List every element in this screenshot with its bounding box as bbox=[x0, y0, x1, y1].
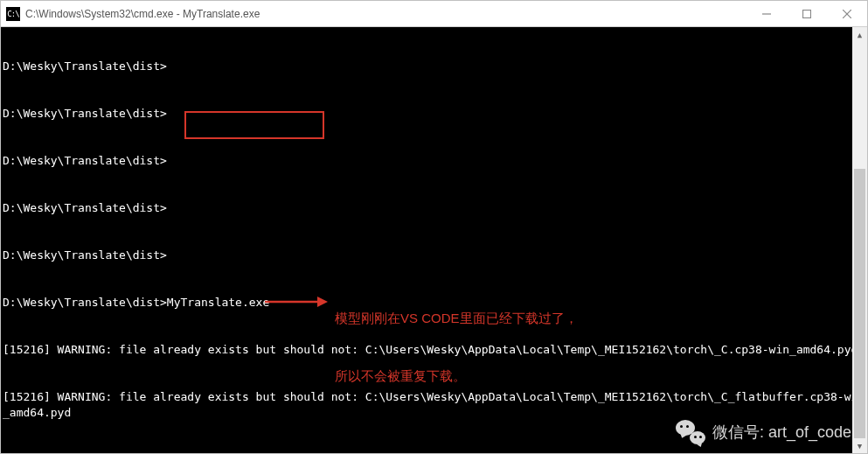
warning-line: [15216] WARNING: file already exists but… bbox=[3, 389, 865, 421]
window-controls bbox=[746, 1, 867, 26]
watermark-label: 微信号: art_of_code bbox=[712, 424, 851, 440]
blank-line bbox=[3, 452, 865, 453]
scroll-track[interactable] bbox=[852, 42, 867, 438]
prompt-line: D:\Wesky\Translate\dist> bbox=[3, 248, 865, 263]
scroll-down-button[interactable]: ▼ bbox=[852, 438, 867, 453]
prompt-line: D:\Wesky\Translate\dist> bbox=[3, 200, 865, 216]
maximize-button[interactable] bbox=[787, 1, 827, 26]
annotation-line: 所以不会被重复下载。 bbox=[335, 367, 578, 386]
minimize-button[interactable] bbox=[746, 1, 787, 26]
close-button[interactable] bbox=[827, 1, 867, 26]
prompt-line: D:\Wesky\Translate\dist> bbox=[3, 106, 865, 122]
titlebar[interactable]: C:\ C:\Windows\System32\cmd.exe - MyTran… bbox=[1, 1, 867, 27]
vertical-scrollbar[interactable]: ▲ ▼ bbox=[852, 27, 867, 453]
wechat-icon bbox=[676, 420, 705, 444]
scroll-up-button[interactable]: ▲ bbox=[852, 27, 867, 42]
terminal-area[interactable]: D:\Wesky\Translate\dist> D:\Wesky\Transl… bbox=[1, 27, 867, 453]
annotation-line: 模型刚刚在VS CODE里面已经下载过了， bbox=[335, 309, 578, 328]
window-frame: C:\ C:\Windows\System32\cmd.exe - MyTran… bbox=[0, 0, 868, 454]
prompt-line: D:\Wesky\Translate\dist> bbox=[3, 59, 865, 74]
prompt-line: D:\Wesky\Translate\dist> bbox=[3, 153, 865, 169]
svg-rect-1 bbox=[803, 10, 811, 17]
prompt-line: D:\Wesky\Translate\dist>MyTranslate.exe bbox=[3, 295, 865, 311]
warning-line: [15216] WARNING: file already exists but… bbox=[3, 342, 865, 358]
watermark: 微信号: art_of_code bbox=[676, 420, 851, 444]
scroll-thumb[interactable] bbox=[854, 169, 865, 438]
cmd-icon: C:\ bbox=[6, 7, 20, 21]
window-title: C:\Windows\System32\cmd.exe - MyTranslat… bbox=[25, 8, 746, 20]
